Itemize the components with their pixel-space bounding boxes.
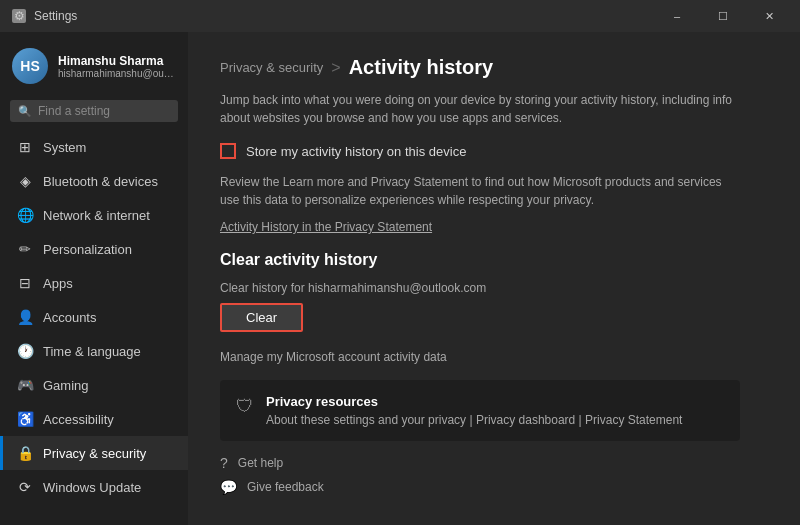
page-header: Jump back into what you were doing on yo… — [220, 91, 768, 127]
search-icon: 🔍 — [18, 105, 32, 118]
user-email: hisharmahimanshu@outlook.com — [58, 68, 176, 79]
sidebar-item-apps[interactable]: ⊟ Apps — [0, 266, 188, 300]
privacy-resources-icon: 🛡 — [236, 396, 254, 417]
system-icon: ⊞ — [17, 139, 33, 155]
sidebar-item-label: Accounts — [43, 310, 96, 325]
privacy-resources-links[interactable]: About these settings and your privacy | … — [266, 413, 682, 427]
breadcrumb-current: Activity history — [349, 56, 493, 79]
privacy-resources-content: Privacy resources About these settings a… — [266, 394, 682, 427]
sidebar-item-network[interactable]: 🌐 Network & internet — [0, 198, 188, 232]
app-icon: ⚙ — [12, 9, 26, 23]
search-box[interactable]: 🔍 — [10, 100, 178, 122]
sidebar-item-label: Time & language — [43, 344, 141, 359]
maximize-button[interactable]: ☐ — [700, 0, 746, 32]
privacy-statement-link[interactable]: Activity History in the Privacy Statemen… — [220, 220, 432, 234]
search-input[interactable] — [38, 104, 188, 118]
titlebar-title: Settings — [34, 9, 77, 23]
accounts-icon: 👤 — [17, 309, 33, 325]
help-icon: ? — [220, 455, 228, 471]
nav-list: ⊞ System ◈ Bluetooth & devices 🌐 Network… — [0, 130, 188, 525]
clear-button[interactable]: Clear — [220, 303, 303, 332]
sidebar-item-privacy[interactable]: 🔒 Privacy & security — [0, 436, 188, 470]
app-container: HS Himanshu Sharma hisharmahimanshu@outl… — [0, 32, 800, 525]
sidebar-item-gaming[interactable]: 🎮 Gaming — [0, 368, 188, 402]
store-checkbox-label: Store my activity history on this device — [246, 144, 466, 159]
sidebar-item-label: Gaming — [43, 378, 89, 393]
page-description: Jump back into what you were doing on yo… — [220, 91, 740, 127]
user-name: Himanshu Sharma — [58, 54, 176, 68]
sidebar-item-accounts[interactable]: 👤 Accounts — [0, 300, 188, 334]
privacy-review-text: Review the Learn more and Privacy Statem… — [220, 173, 740, 209]
personalization-icon: ✏ — [17, 241, 33, 257]
minimize-button[interactable]: – — [654, 0, 700, 32]
give-feedback-label: Give feedback — [247, 480, 324, 494]
accessibility-icon: ♿ — [17, 411, 33, 427]
privacy-resources-box: 🛡 Privacy resources About these settings… — [220, 380, 740, 441]
bottom-links: ? Get help 💬 Give feedback — [220, 455, 768, 495]
privacy-resources-title: Privacy resources — [266, 394, 682, 409]
time-icon: 🕐 — [17, 343, 33, 359]
bluetooth-icon: ◈ — [17, 173, 33, 189]
breadcrumb-separator: > — [331, 59, 340, 77]
windows-update-icon: ⟳ — [17, 479, 33, 495]
manage-link[interactable]: Manage my Microsoft account activity dat… — [220, 350, 768, 364]
sidebar-item-label: Privacy & security — [43, 446, 146, 461]
titlebar-left: ⚙ Settings — [12, 9, 77, 23]
sidebar-item-windows-update[interactable]: ⟳ Windows Update — [0, 470, 188, 504]
sidebar-item-time[interactable]: 🕐 Time & language — [0, 334, 188, 368]
breadcrumb-parent[interactable]: Privacy & security — [220, 60, 323, 75]
store-checkbox[interactable] — [220, 143, 236, 159]
user-info: Himanshu Sharma hisharmahimanshu@outlook… — [58, 54, 176, 79]
breadcrumb: Privacy & security > Activity history — [220, 56, 768, 79]
apps-icon: ⊟ — [17, 275, 33, 291]
network-icon: 🌐 — [17, 207, 33, 223]
store-checkbox-row[interactable]: Store my activity history on this device — [220, 143, 768, 159]
clear-section: Clear activity history Clear history for… — [220, 251, 768, 364]
sidebar-item-bluetooth[interactable]: ◈ Bluetooth & devices — [0, 164, 188, 198]
get-help-label: Get help — [238, 456, 283, 470]
sidebar-item-system[interactable]: ⊞ System — [0, 130, 188, 164]
feedback-icon: 💬 — [220, 479, 237, 495]
get-help-link[interactable]: ? Get help — [220, 455, 768, 471]
close-button[interactable]: ✕ — [746, 0, 792, 32]
clear-label: Clear history for hisharmahimanshu@outlo… — [220, 281, 768, 295]
sidebar-item-label: Personalization — [43, 242, 132, 257]
give-feedback-link[interactable]: 💬 Give feedback — [220, 479, 768, 495]
sidebar-item-label: Apps — [43, 276, 73, 291]
avatar: HS — [12, 48, 48, 84]
sidebar-item-personalization[interactable]: ✏ Personalization — [0, 232, 188, 266]
sidebar-item-label: Network & internet — [43, 208, 150, 223]
user-profile[interactable]: HS Himanshu Sharma hisharmahimanshu@outl… — [0, 32, 188, 96]
gaming-icon: 🎮 — [17, 377, 33, 393]
titlebar: ⚙ Settings – ☐ ✕ — [0, 0, 800, 32]
main-content: Privacy & security > Activity history Ju… — [188, 32, 800, 525]
sidebar: HS Himanshu Sharma hisharmahimanshu@outl… — [0, 32, 188, 525]
sidebar-item-label: Windows Update — [43, 480, 141, 495]
privacy-icon: 🔒 — [17, 445, 33, 461]
sidebar-item-label: Bluetooth & devices — [43, 174, 158, 189]
sidebar-item-label: System — [43, 140, 86, 155]
clear-section-title: Clear activity history — [220, 251, 768, 269]
sidebar-item-accessibility[interactable]: ♿ Accessibility — [0, 402, 188, 436]
sidebar-item-label: Accessibility — [43, 412, 114, 427]
titlebar-controls: – ☐ ✕ — [654, 0, 792, 32]
